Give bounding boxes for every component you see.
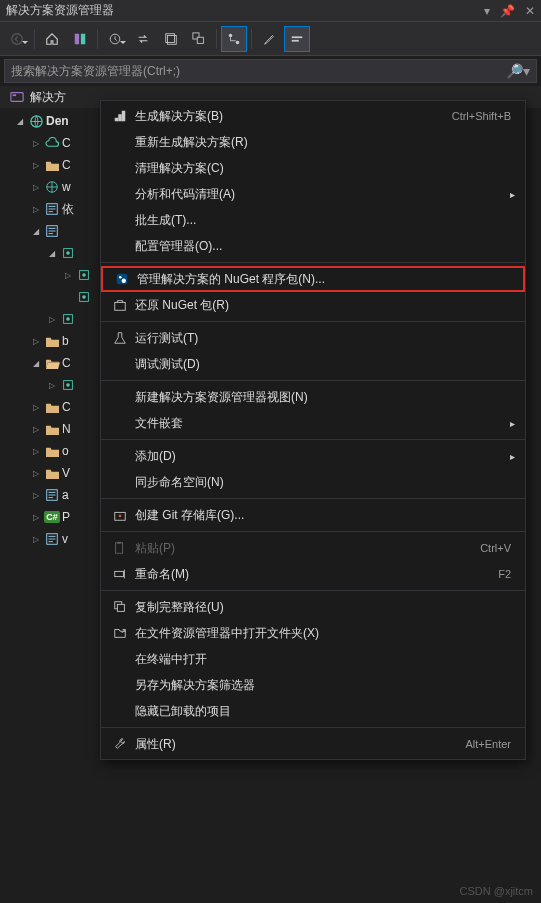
expand-arrow-icon[interactable] <box>30 533 42 545</box>
menu-item[interactable]: 同步命名空间(N) <box>101 469 525 495</box>
menu-item[interactable]: 复制完整路径(U) <box>101 594 525 620</box>
window-buttons: ▾ 📌 ✕ <box>484 4 535 18</box>
menu-item-label: 粘贴(P) <box>131 540 480 557</box>
svg-point-34 <box>119 276 122 279</box>
menu-item[interactable]: 另存为解决方案筛选器 <box>101 672 525 698</box>
pin-icon[interactable]: 📌 <box>500 4 515 18</box>
nesting-button[interactable] <box>221 26 247 52</box>
blank-icon <box>109 237 131 255</box>
menu-separator <box>101 727 525 728</box>
build-icon <box>109 107 131 125</box>
class-icon <box>76 267 92 283</box>
menu-item[interactable]: 隐藏已卸载的项目 <box>101 698 525 724</box>
svg-point-35 <box>122 279 126 283</box>
expand-arrow-icon[interactable] <box>30 423 42 435</box>
shortcut-label: F2 <box>498 568 517 580</box>
menu-item[interactable]: 在终端中打开 <box>101 646 525 672</box>
menu-item-label: 调试测试(D) <box>131 356 517 373</box>
dropdown-icon[interactable]: ▾ <box>484 4 490 18</box>
menu-item-label: 另存为解决方案筛选器 <box>131 677 517 694</box>
svg-rect-32 <box>122 111 126 122</box>
toolbar <box>0 22 541 56</box>
menu-item[interactable]: 属性(R)Alt+Enter <box>101 731 525 757</box>
expand-arrow-icon[interactable] <box>30 137 42 149</box>
svg-point-0 <box>12 33 23 44</box>
switch-view-button[interactable] <box>67 26 93 52</box>
blank-icon <box>109 414 131 432</box>
nuget-icon <box>111 270 133 288</box>
expand-arrow-icon[interactable] <box>30 357 42 369</box>
panel-title: 解决方案资源管理器 <box>6 2 484 19</box>
menu-item[interactable]: 分析和代码清理(A) <box>101 181 525 207</box>
home-button[interactable] <box>39 26 65 52</box>
svg-point-23 <box>82 295 86 299</box>
menu-item[interactable]: 生成解决方案(B)Ctrl+Shift+B <box>101 103 525 129</box>
expand-arrow-icon[interactable] <box>62 291 74 303</box>
menu-item[interactable]: 清理解决方案(C) <box>101 155 525 181</box>
context-menu: 生成解决方案(B)Ctrl+Shift+B重新生成解决方案(R)清理解决方案(C… <box>100 100 526 760</box>
menu-item[interactable]: 重新生成解决方案(R) <box>101 129 525 155</box>
svg-point-8 <box>229 33 233 37</box>
menu-item[interactable]: 添加(D) <box>101 443 525 469</box>
expand-arrow-icon[interactable] <box>46 313 58 325</box>
menu-item-label: 运行测试(T) <box>131 330 517 347</box>
back-button[interactable] <box>4 26 30 52</box>
folder-icon <box>44 333 60 349</box>
expand-arrow-icon[interactable] <box>46 379 58 391</box>
expand-arrow-icon[interactable] <box>30 181 42 193</box>
preview-button[interactable] <box>284 26 310 52</box>
folder-icon <box>44 443 60 459</box>
folder-icon <box>44 399 60 415</box>
svg-rect-36 <box>115 302 126 310</box>
menu-item[interactable]: 创建 Git 存储库(G)... <box>101 502 525 528</box>
expand-arrow-icon[interactable] <box>30 489 42 501</box>
search-bar[interactable]: 🔎▾ <box>4 59 537 83</box>
blank-icon <box>109 388 131 406</box>
class-icon <box>76 289 92 305</box>
search-dropdown-icon[interactable]: 🔎▾ <box>500 63 530 79</box>
menu-item[interactable]: 重命名(M)F2 <box>101 561 525 587</box>
expand-arrow-icon[interactable] <box>46 247 58 259</box>
menu-item[interactable]: 还原 NuGet 包(R) <box>101 292 525 318</box>
rename-icon <box>109 565 131 583</box>
expand-arrow-icon[interactable] <box>30 335 42 347</box>
menu-item-label: 清理解决方案(C) <box>131 160 517 177</box>
svg-point-25 <box>66 317 70 321</box>
menu-item[interactable]: 调试测试(D) <box>101 351 525 377</box>
menu-separator <box>101 380 525 381</box>
expand-arrow-icon[interactable] <box>30 401 42 413</box>
flask-icon <box>109 329 131 347</box>
blank-icon <box>109 676 131 694</box>
expand-arrow-icon[interactable] <box>62 269 74 281</box>
show-all-button[interactable] <box>186 26 212 52</box>
close-icon[interactable]: ✕ <box>525 4 535 18</box>
blank-icon <box>109 650 131 668</box>
expand-arrow-icon[interactable] <box>30 467 42 479</box>
menu-item[interactable]: 配置管理器(O)... <box>101 233 525 259</box>
shortcut-label: Alt+Enter <box>465 738 517 750</box>
search-input[interactable] <box>11 64 500 78</box>
save-all-button[interactable] <box>158 26 184 52</box>
menu-item[interactable]: 管理解决方案的 NuGet 程序包(N)... <box>101 266 525 292</box>
expand-arrow-icon[interactable] <box>30 225 42 237</box>
wrench-icon <box>109 735 131 753</box>
properties-button[interactable] <box>256 26 282 52</box>
sync-button[interactable] <box>130 26 156 52</box>
menu-item[interactable]: 在文件资源管理器中打开文件夹(X) <box>101 620 525 646</box>
expand-arrow-icon[interactable] <box>30 445 42 457</box>
menu-item[interactable]: 新建解决方案资源管理器视图(N) <box>101 384 525 410</box>
expand-arrow-icon[interactable] <box>30 203 42 215</box>
svg-rect-10 <box>292 36 303 38</box>
menu-item[interactable]: 批生成(T)... <box>101 207 525 233</box>
svg-point-19 <box>66 251 70 255</box>
svg-rect-43 <box>117 604 124 611</box>
folder-icon <box>44 465 60 481</box>
menu-item-label: 在文件资源管理器中打开文件夹(X) <box>131 625 517 642</box>
expand-arrow-icon[interactable] <box>30 159 42 171</box>
menu-item-label: 重新生成解决方案(R) <box>131 134 517 151</box>
expand-arrow-icon[interactable] <box>30 511 42 523</box>
menu-item[interactable]: 文件嵌套 <box>101 410 525 436</box>
history-button[interactable] <box>102 26 128 52</box>
menu-item-label: 分析和代码清理(A) <box>131 186 517 203</box>
menu-item[interactable]: 运行测试(T) <box>101 325 525 351</box>
